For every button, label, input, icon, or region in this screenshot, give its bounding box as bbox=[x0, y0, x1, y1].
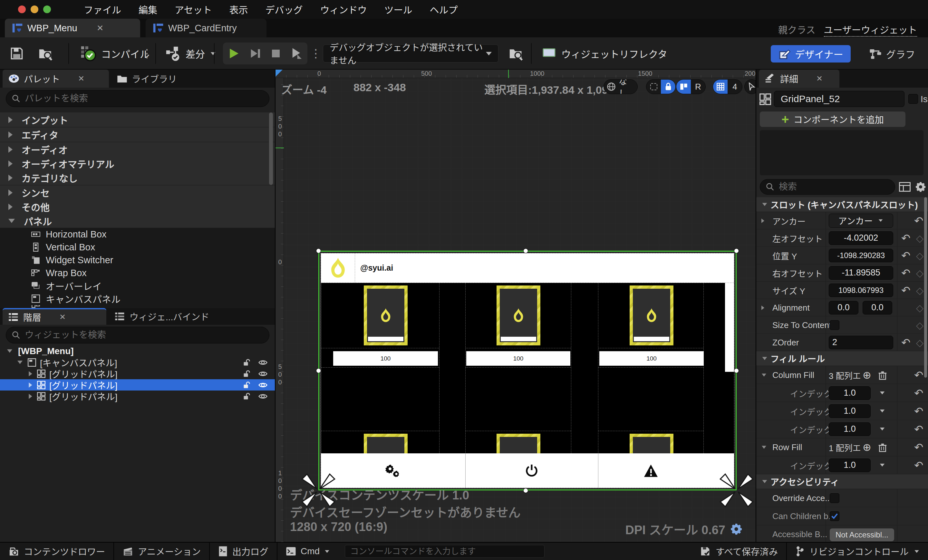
collapse-icon[interactable] bbox=[762, 203, 767, 206]
play-options-button[interactable]: ⋮ bbox=[310, 37, 322, 70]
palette-item-vertical-box[interactable]: Vertical Box bbox=[0, 241, 275, 253]
expander-icon[interactable] bbox=[8, 189, 12, 196]
index-field[interactable]: 1.0 bbox=[829, 423, 871, 436]
resize-handle[interactable] bbox=[316, 369, 321, 373]
revision-control-dropdown[interactable]: リビジョンコントロール bbox=[787, 543, 928, 560]
reset-icon[interactable]: ↶ bbox=[914, 423, 923, 436]
tab-library[interactable]: ライブラリ bbox=[111, 70, 208, 88]
reset-icon[interactable]: ↶ bbox=[914, 441, 923, 454]
palette-item-overlay[interactable]: オーバーレイ bbox=[0, 279, 275, 292]
expander-icon[interactable] bbox=[8, 131, 12, 138]
menu-view[interactable]: 表示 bbox=[220, 3, 256, 16]
expander-icon[interactable] bbox=[17, 360, 23, 364]
menu-asset[interactable]: アセット bbox=[166, 3, 220, 16]
grid-snap-toggle[interactable]: 4 bbox=[713, 79, 742, 94]
palette-category-synth[interactable]: シンセ bbox=[0, 185, 275, 200]
size-to-content-checkbox[interactable] bbox=[830, 320, 839, 330]
bind-diamond-icon[interactable]: ◇ bbox=[916, 250, 923, 261]
resize-handle[interactable] bbox=[316, 249, 321, 253]
visibility-eye-icon[interactable] bbox=[258, 392, 268, 400]
expander-icon[interactable] bbox=[8, 219, 15, 223]
expander-icon[interactable] bbox=[8, 146, 12, 153]
visibility-eye-icon[interactable] bbox=[258, 370, 268, 378]
add-component-button[interactable]: + コンポーネントを追加 bbox=[760, 111, 905, 127]
bind-diamond-icon[interactable]: ◇ bbox=[916, 319, 923, 331]
hierarchy-search[interactable] bbox=[6, 327, 269, 343]
reset-icon[interactable]: ↶ bbox=[914, 459, 923, 472]
chevron-down-icon[interactable] bbox=[880, 392, 884, 394]
reset-icon[interactable]: ↶ bbox=[901, 336, 911, 349]
output-log-button[interactable]: 出力ログ bbox=[210, 543, 277, 560]
details-scrollbar[interactable] bbox=[924, 197, 927, 378]
compile-options-button[interactable]: ⋮ bbox=[141, 37, 153, 70]
resize-corner-arrows[interactable] bbox=[301, 473, 336, 508]
close-window-icon[interactable] bbox=[18, 6, 26, 13]
bind-diamond-icon[interactable]: ◇ bbox=[916, 337, 923, 348]
collapse-icon[interactable] bbox=[762, 357, 767, 360]
tree-row-grid-panel-2-selected[interactable]: [グリッドパネル] bbox=[0, 379, 275, 391]
menu-debug[interactable]: デバッグ bbox=[256, 3, 311, 16]
expander-icon[interactable] bbox=[29, 371, 32, 376]
offset-right-field[interactable]: -11.89585 bbox=[829, 266, 893, 280]
maximize-window-icon[interactable] bbox=[43, 6, 51, 13]
console-input-wrap[interactable] bbox=[345, 545, 545, 558]
expander-icon[interactable] bbox=[8, 160, 12, 167]
respect-locks-toggle[interactable]: R bbox=[676, 79, 706, 94]
cursor-tool-button[interactable] bbox=[744, 79, 756, 94]
bind-diamond-icon[interactable]: ◇ bbox=[916, 267, 923, 278]
browse-debug-object-button[interactable] bbox=[508, 37, 524, 70]
widget-reflector-button[interactable]: ウィジェットリフレクタ bbox=[541, 37, 667, 70]
debug-object-dropdown[interactable]: デバッグオブジェクトが選択されていません bbox=[323, 44, 499, 63]
add-element-icon[interactable]: ⊕ bbox=[862, 369, 871, 381]
delete-elements-icon[interactable] bbox=[878, 371, 887, 380]
reset-icon[interactable]: ↶ bbox=[914, 405, 923, 418]
diff-button[interactable]: 差分 bbox=[165, 37, 216, 70]
collapse-icon[interactable] bbox=[762, 446, 766, 449]
zorder-field[interactable]: 2 bbox=[829, 336, 893, 349]
selection-lock-toggle[interactable] bbox=[646, 79, 676, 94]
preview-surface-toggle[interactable]: なし bbox=[603, 79, 638, 94]
collapse-icon[interactable] bbox=[762, 480, 767, 483]
visibility-eye-icon[interactable] bbox=[258, 359, 268, 366]
cmd-dropdown[interactable]: Cmd bbox=[278, 543, 338, 560]
index-field[interactable]: 1.0 bbox=[829, 386, 871, 400]
menu-edit[interactable]: 編集 bbox=[130, 3, 166, 16]
palette-category-input[interactable]: インプット bbox=[0, 113, 275, 127]
reset-icon[interactable]: ↶ bbox=[914, 387, 923, 400]
alignment-x-field[interactable]: 0.0 bbox=[829, 301, 858, 314]
reset-icon[interactable]: ↶ bbox=[901, 267, 911, 279]
resize-corner-arrows[interactable] bbox=[719, 473, 754, 508]
details-settings-gear-icon[interactable] bbox=[915, 181, 926, 193]
tab-wbp-cardentry[interactable]: WBP_CardEntry bbox=[146, 19, 267, 37]
content-drawer-button[interactable]: コンテンツドロワー bbox=[0, 543, 113, 560]
animation-button[interactable]: アニメーション bbox=[114, 543, 209, 560]
size-y-field[interactable]: 1098.067993 bbox=[829, 284, 893, 297]
unlocked-icon[interactable] bbox=[243, 369, 251, 378]
resize-handle[interactable] bbox=[734, 249, 739, 253]
close-tab-icon[interactable]: ✕ bbox=[816, 74, 823, 83]
palette-search-input[interactable] bbox=[25, 93, 238, 104]
play-button[interactable] bbox=[227, 47, 240, 60]
expander-icon[interactable] bbox=[8, 175, 12, 181]
menu-file[interactable]: ファイル bbox=[75, 3, 130, 16]
delete-elements-icon[interactable] bbox=[878, 443, 887, 452]
anchor-dropdown[interactable]: アンカー bbox=[829, 214, 893, 228]
accessibility-section-header[interactable]: アクセシビリティ bbox=[756, 474, 928, 489]
index-field[interactable]: 1.0 bbox=[829, 458, 871, 472]
expander-icon[interactable] bbox=[7, 349, 12, 352]
object-name-field[interactable]: GridPanel_52 bbox=[774, 91, 905, 107]
palette-category-audio-material[interactable]: オーディオマテリアル bbox=[0, 156, 275, 171]
close-tab-icon[interactable]: ✕ bbox=[97, 23, 104, 33]
reset-icon[interactable]: ↶ bbox=[901, 232, 911, 244]
add-element-icon[interactable]: ⊕ bbox=[862, 441, 871, 453]
accessible-behavior-dropdown[interactable]: Not Accessibl... bbox=[830, 528, 894, 541]
compile-button[interactable]: コンパイル bbox=[80, 37, 150, 70]
chevron-down-icon[interactable] bbox=[880, 464, 884, 467]
unlocked-icon[interactable] bbox=[243, 381, 251, 389]
save-status-button[interactable]: すべて保存済み bbox=[692, 543, 786, 560]
palette-category-other[interactable]: その他 bbox=[0, 200, 275, 214]
resize-handle[interactable] bbox=[734, 369, 739, 373]
designer-mode-button[interactable]: デザイナー bbox=[771, 45, 851, 63]
expander-icon[interactable] bbox=[29, 383, 32, 388]
designer-viewport[interactable]: 0 500 1000 1500 200 500 0 500 1000 ズーム -… bbox=[276, 70, 756, 542]
